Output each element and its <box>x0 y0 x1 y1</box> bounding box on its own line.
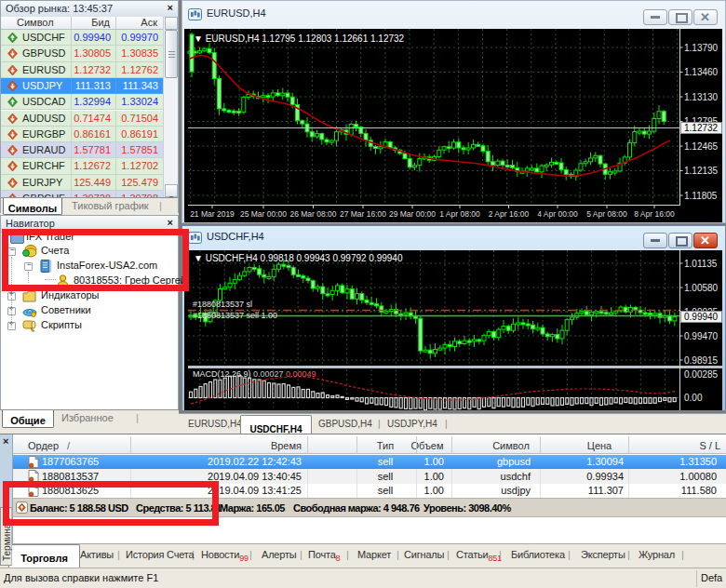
svg-text:0.00285: 0.00285 <box>684 369 719 380</box>
svg-text:MACD(12,26,9) 0.00027 0.00049: MACD(12,26,9) 0.00027 0.00049 <box>193 369 316 379</box>
svg-text:1.13130: 1.13130 <box>684 92 719 102</box>
svg-text:#1880813537 sl: #1880813537 sl <box>193 300 252 309</box>
svg-text:1.12465: 1.12465 <box>684 141 719 152</box>
svg-text:5 Apr 08:00: 5 Apr 08:00 <box>586 209 627 219</box>
svg-text:1 Apr 08:00: 1 Apr 08:00 <box>439 209 480 219</box>
svg-text:26 Mar 08:00: 26 Mar 08:00 <box>289 209 336 219</box>
svg-text:#1880813537 sell 1.00: #1880813537 sell 1.00 <box>193 311 277 320</box>
svg-text:29 Mar 00:00: 29 Mar 00:00 <box>389 209 436 219</box>
svg-text:0.00: 0.00 <box>684 393 703 403</box>
svg-text:1.13460: 1.13460 <box>684 67 719 77</box>
svg-text:1.13790: 1.13790 <box>684 43 719 53</box>
svg-text:25 Mar 00:00: 25 Mar 00:00 <box>240 209 287 219</box>
svg-text:▼ USDCHF,H4 0.99818 0.99943 0: ▼ USDCHF,H4 0.99818 0.99943 0.99792 0.99… <box>194 253 403 263</box>
svg-text:2 Apr 16:00: 2 Apr 16:00 <box>489 209 530 219</box>
svg-text:1.11805: 1.11805 <box>684 191 718 201</box>
svg-text:1.00580: 1.00580 <box>684 283 719 293</box>
svg-text:▼ EURUSD,H4 1.12795 1.12803 1: ▼ EURUSD,H4 1.12795 1.12803 1.12661 1.12… <box>194 33 405 44</box>
svg-text:8 Apr 16:00: 8 Apr 16:00 <box>634 209 675 219</box>
svg-text:27 Mar 16:00: 27 Mar 16:00 <box>340 209 386 219</box>
svg-text:21 Mar 2019: 21 Mar 2019 <box>190 209 235 219</box>
svg-text:1.12135: 1.12135 <box>684 166 719 176</box>
svg-text:4 Apr 00:00: 4 Apr 00:00 <box>537 209 578 219</box>
svg-text:1.12732: 1.12732 <box>684 123 719 133</box>
svg-text:0.99940: 0.99940 <box>684 312 719 322</box>
svg-text:0.98915: 0.98915 <box>684 355 719 366</box>
svg-text:1.01135: 1.01135 <box>684 259 718 269</box>
svg-text:0.99470: 0.99470 <box>684 331 719 341</box>
